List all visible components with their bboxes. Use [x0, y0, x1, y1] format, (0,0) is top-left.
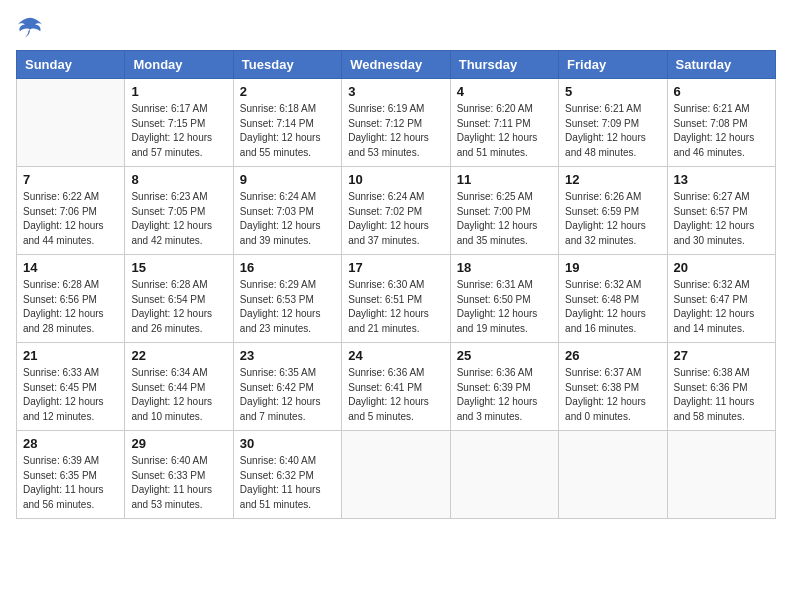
day-number: 8: [131, 172, 226, 187]
calendar-header-row: SundayMondayTuesdayWednesdayThursdayFrid…: [17, 51, 776, 79]
calendar-header-saturday: Saturday: [667, 51, 775, 79]
day-info: Sunrise: 6:27 AM Sunset: 6:57 PM Dayligh…: [674, 190, 769, 248]
calendar-week-row: 28Sunrise: 6:39 AM Sunset: 6:35 PM Dayli…: [17, 431, 776, 519]
day-number: 10: [348, 172, 443, 187]
day-number: 28: [23, 436, 118, 451]
day-number: 3: [348, 84, 443, 99]
calendar-cell: 9Sunrise: 6:24 AM Sunset: 7:03 PM Daylig…: [233, 167, 341, 255]
day-number: 22: [131, 348, 226, 363]
day-number: 2: [240, 84, 335, 99]
day-number: 6: [674, 84, 769, 99]
day-info: Sunrise: 6:36 AM Sunset: 6:41 PM Dayligh…: [348, 366, 443, 424]
calendar-cell: 3Sunrise: 6:19 AM Sunset: 7:12 PM Daylig…: [342, 79, 450, 167]
calendar-header-sunday: Sunday: [17, 51, 125, 79]
day-info: Sunrise: 6:32 AM Sunset: 6:48 PM Dayligh…: [565, 278, 660, 336]
calendar-header-wednesday: Wednesday: [342, 51, 450, 79]
calendar-header-thursday: Thursday: [450, 51, 558, 79]
day-info: Sunrise: 6:30 AM Sunset: 6:51 PM Dayligh…: [348, 278, 443, 336]
day-number: 11: [457, 172, 552, 187]
day-info: Sunrise: 6:23 AM Sunset: 7:05 PM Dayligh…: [131, 190, 226, 248]
calendar-cell: 15Sunrise: 6:28 AM Sunset: 6:54 PM Dayli…: [125, 255, 233, 343]
day-info: Sunrise: 6:28 AM Sunset: 6:54 PM Dayligh…: [131, 278, 226, 336]
day-info: Sunrise: 6:35 AM Sunset: 6:42 PM Dayligh…: [240, 366, 335, 424]
day-number: 15: [131, 260, 226, 275]
day-info: Sunrise: 6:37 AM Sunset: 6:38 PM Dayligh…: [565, 366, 660, 424]
calendar-cell: 16Sunrise: 6:29 AM Sunset: 6:53 PM Dayli…: [233, 255, 341, 343]
day-number: 27: [674, 348, 769, 363]
day-info: Sunrise: 6:21 AM Sunset: 7:09 PM Dayligh…: [565, 102, 660, 160]
day-info: Sunrise: 6:40 AM Sunset: 6:32 PM Dayligh…: [240, 454, 335, 512]
day-info: Sunrise: 6:32 AM Sunset: 6:47 PM Dayligh…: [674, 278, 769, 336]
page-header: [16, 16, 776, 38]
day-info: Sunrise: 6:19 AM Sunset: 7:12 PM Dayligh…: [348, 102, 443, 160]
day-number: 12: [565, 172, 660, 187]
day-number: 16: [240, 260, 335, 275]
day-number: 18: [457, 260, 552, 275]
calendar-cell: [342, 431, 450, 519]
calendar-cell: 12Sunrise: 6:26 AM Sunset: 6:59 PM Dayli…: [559, 167, 667, 255]
day-number: 25: [457, 348, 552, 363]
calendar-week-row: 1Sunrise: 6:17 AM Sunset: 7:15 PM Daylig…: [17, 79, 776, 167]
day-number: 17: [348, 260, 443, 275]
day-info: Sunrise: 6:36 AM Sunset: 6:39 PM Dayligh…: [457, 366, 552, 424]
day-info: Sunrise: 6:38 AM Sunset: 6:36 PM Dayligh…: [674, 366, 769, 424]
day-info: Sunrise: 6:21 AM Sunset: 7:08 PM Dayligh…: [674, 102, 769, 160]
day-number: 4: [457, 84, 552, 99]
calendar-week-row: 21Sunrise: 6:33 AM Sunset: 6:45 PM Dayli…: [17, 343, 776, 431]
day-info: Sunrise: 6:24 AM Sunset: 7:02 PM Dayligh…: [348, 190, 443, 248]
calendar-cell: [17, 79, 125, 167]
day-info: Sunrise: 6:25 AM Sunset: 7:00 PM Dayligh…: [457, 190, 552, 248]
day-number: 14: [23, 260, 118, 275]
calendar-cell: 7Sunrise: 6:22 AM Sunset: 7:06 PM Daylig…: [17, 167, 125, 255]
day-number: 24: [348, 348, 443, 363]
calendar-cell: 4Sunrise: 6:20 AM Sunset: 7:11 PM Daylig…: [450, 79, 558, 167]
calendar-cell: 6Sunrise: 6:21 AM Sunset: 7:08 PM Daylig…: [667, 79, 775, 167]
calendar-cell: 27Sunrise: 6:38 AM Sunset: 6:36 PM Dayli…: [667, 343, 775, 431]
calendar-week-row: 14Sunrise: 6:28 AM Sunset: 6:56 PM Dayli…: [17, 255, 776, 343]
day-number: 13: [674, 172, 769, 187]
day-info: Sunrise: 6:26 AM Sunset: 6:59 PM Dayligh…: [565, 190, 660, 248]
day-number: 26: [565, 348, 660, 363]
day-number: 23: [240, 348, 335, 363]
calendar-cell: 21Sunrise: 6:33 AM Sunset: 6:45 PM Dayli…: [17, 343, 125, 431]
calendar-cell: 22Sunrise: 6:34 AM Sunset: 6:44 PM Dayli…: [125, 343, 233, 431]
day-number: 20: [674, 260, 769, 275]
calendar-cell: [559, 431, 667, 519]
day-info: Sunrise: 6:24 AM Sunset: 7:03 PM Dayligh…: [240, 190, 335, 248]
day-info: Sunrise: 6:17 AM Sunset: 7:15 PM Dayligh…: [131, 102, 226, 160]
day-number: 29: [131, 436, 226, 451]
calendar-header-tuesday: Tuesday: [233, 51, 341, 79]
calendar-cell: 28Sunrise: 6:39 AM Sunset: 6:35 PM Dayli…: [17, 431, 125, 519]
calendar-cell: 11Sunrise: 6:25 AM Sunset: 7:00 PM Dayli…: [450, 167, 558, 255]
day-number: 19: [565, 260, 660, 275]
day-info: Sunrise: 6:29 AM Sunset: 6:53 PM Dayligh…: [240, 278, 335, 336]
day-info: Sunrise: 6:34 AM Sunset: 6:44 PM Dayligh…: [131, 366, 226, 424]
day-number: 21: [23, 348, 118, 363]
calendar-table: SundayMondayTuesdayWednesdayThursdayFrid…: [16, 50, 776, 519]
day-info: Sunrise: 6:31 AM Sunset: 6:50 PM Dayligh…: [457, 278, 552, 336]
day-number: 9: [240, 172, 335, 187]
calendar-cell: 20Sunrise: 6:32 AM Sunset: 6:47 PM Dayli…: [667, 255, 775, 343]
calendar-cell: 14Sunrise: 6:28 AM Sunset: 6:56 PM Dayli…: [17, 255, 125, 343]
calendar-header-monday: Monday: [125, 51, 233, 79]
calendar-cell: [450, 431, 558, 519]
logo-bird-icon: [16, 16, 44, 38]
calendar-cell: 2Sunrise: 6:18 AM Sunset: 7:14 PM Daylig…: [233, 79, 341, 167]
calendar-cell: 5Sunrise: 6:21 AM Sunset: 7:09 PM Daylig…: [559, 79, 667, 167]
calendar-cell: 26Sunrise: 6:37 AM Sunset: 6:38 PM Dayli…: [559, 343, 667, 431]
day-number: 5: [565, 84, 660, 99]
calendar-cell: 30Sunrise: 6:40 AM Sunset: 6:32 PM Dayli…: [233, 431, 341, 519]
calendar-cell: 8Sunrise: 6:23 AM Sunset: 7:05 PM Daylig…: [125, 167, 233, 255]
day-number: 7: [23, 172, 118, 187]
calendar-cell: 19Sunrise: 6:32 AM Sunset: 6:48 PM Dayli…: [559, 255, 667, 343]
day-info: Sunrise: 6:22 AM Sunset: 7:06 PM Dayligh…: [23, 190, 118, 248]
calendar-cell: 25Sunrise: 6:36 AM Sunset: 6:39 PM Dayli…: [450, 343, 558, 431]
day-info: Sunrise: 6:39 AM Sunset: 6:35 PM Dayligh…: [23, 454, 118, 512]
calendar-cell: 29Sunrise: 6:40 AM Sunset: 6:33 PM Dayli…: [125, 431, 233, 519]
calendar-cell: [667, 431, 775, 519]
day-number: 1: [131, 84, 226, 99]
calendar-cell: 13Sunrise: 6:27 AM Sunset: 6:57 PM Dayli…: [667, 167, 775, 255]
calendar-cell: 1Sunrise: 6:17 AM Sunset: 7:15 PM Daylig…: [125, 79, 233, 167]
calendar-week-row: 7Sunrise: 6:22 AM Sunset: 7:06 PM Daylig…: [17, 167, 776, 255]
day-info: Sunrise: 6:40 AM Sunset: 6:33 PM Dayligh…: [131, 454, 226, 512]
